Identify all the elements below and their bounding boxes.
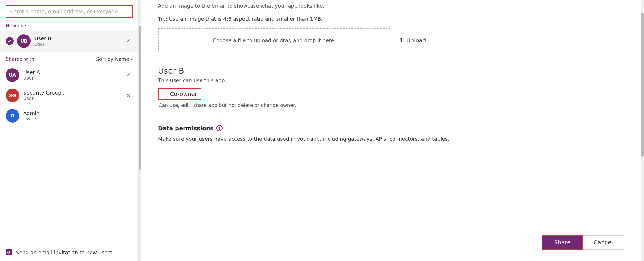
right-scrollbar[interactable]: [641, 0, 644, 261]
list-item: O Admin Owner: [0, 106, 138, 126]
user-role: User: [35, 41, 124, 47]
coowner-note: Can use, edit, share app but not delete …: [159, 102, 624, 108]
user-b-section: User B This user can use this app. Co-ow…: [158, 66, 624, 110]
user-b-name: User B: [158, 66, 624, 76]
data-permissions-desc: Make sure your users have access to the …: [158, 135, 624, 143]
user-info: User B User: [35, 35, 124, 47]
avatar: UA: [6, 68, 19, 82]
coowner-checkbox[interactable]: [161, 91, 167, 97]
user-role: User: [23, 75, 124, 81]
cancel-button[interactable]: Cancel: [583, 235, 624, 250]
bottom-actions: Share Cancel: [542, 235, 624, 250]
user-info: User A User: [23, 69, 124, 81]
scroll-thumb: [139, 26, 141, 170]
divider2: [158, 119, 624, 119]
user-name: User A: [23, 69, 124, 75]
search-input[interactable]: [6, 5, 133, 18]
user-name: User B: [35, 35, 124, 41]
upload-arrow-icon: ⬆: [399, 37, 404, 44]
sort-dropdown[interactable]: Sort by Name ▾: [96, 56, 133, 62]
left-panel: New users UB User B User ✕ Shared with S…: [0, 0, 139, 261]
info-icon[interactable]: i: [216, 125, 223, 131]
share-button[interactable]: Share: [542, 235, 583, 250]
data-permissions-title: Data permissions: [158, 125, 214, 132]
remove-user-button[interactable]: ✕: [124, 70, 133, 80]
check-circle-icon: [6, 37, 14, 45]
tip-text: Add an image to the email to showcase wh…: [158, 3, 624, 9]
user-name: Security Group .: [23, 90, 124, 96]
upload-dropzone[interactable]: Choose a file to upload or drag and drop…: [158, 28, 390, 52]
right-scroll-thumb: [641, 13, 644, 157]
user-info: Security Group . User: [23, 90, 124, 101]
upload-area-row: Choose a file to upload or drag and drop…: [158, 28, 624, 52]
user-b-desc: This user can use this app.: [158, 77, 624, 83]
data-permissions-header: Data permissions i: [158, 125, 624, 132]
shared-with-header: Shared with Sort by Name ▾: [0, 52, 138, 65]
scrollbar[interactable]: [139, 0, 141, 261]
search-input-wrapper: [0, 0, 138, 21]
avatar: SG: [6, 89, 19, 102]
list-item: UA User A User ✕: [0, 65, 138, 85]
right-panel: Add an image to the email to showcase wh…: [141, 0, 641, 261]
email-invite-row: Send an email invitation to new users: [0, 243, 138, 261]
email-invite-label: Send an email invitation to new users: [16, 249, 112, 255]
user-role: Owner: [23, 116, 133, 121]
divider: [158, 59, 624, 59]
list-item: SG Security Group . User ✕: [0, 85, 138, 106]
coowner-checkbox-wrapper: Co-owner: [158, 88, 201, 100]
coowner-label: Co-owner: [170, 91, 197, 97]
shared-with-label: Shared with: [6, 56, 34, 62]
user-info: Admin Owner: [23, 110, 133, 121]
new-users-label: New users: [0, 21, 138, 30]
avatar: UB: [17, 34, 31, 48]
user-name: Admin: [23, 110, 133, 116]
avatar: O: [6, 109, 19, 123]
coowner-row: Co-owner: [158, 88, 624, 100]
upload-button[interactable]: ⬆ Upload: [399, 37, 426, 44]
chevron-down-icon: ▾: [131, 57, 133, 61]
selected-user-row: UB User B User ✕: [0, 30, 138, 52]
remove-user-button[interactable]: ✕: [124, 37, 133, 46]
email-invite-checkbox[interactable]: [6, 249, 12, 255]
tip-subtext: Tip: Use an image that is 4:3 aspect rat…: [158, 15, 624, 23]
remove-user-button[interactable]: ✕: [124, 91, 133, 100]
user-role: User: [23, 96, 124, 101]
